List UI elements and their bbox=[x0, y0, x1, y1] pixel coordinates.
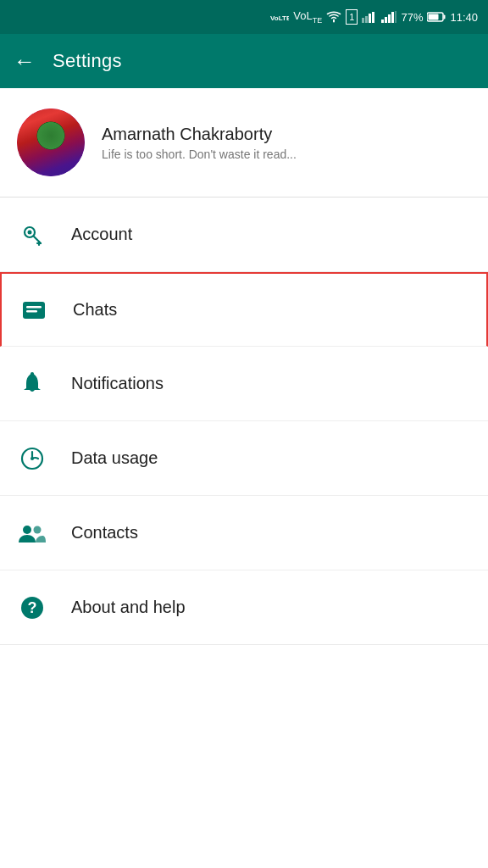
menu-label-account: Account bbox=[71, 225, 132, 244]
avatar-image bbox=[17, 108, 85, 176]
volte-label: VoLTE bbox=[293, 9, 322, 25]
menu-item-contacts[interactable]: Contacts bbox=[0, 496, 488, 570]
back-button[interactable]: ← bbox=[14, 50, 36, 72]
svg-rect-4 bbox=[369, 14, 371, 23]
svg-rect-20 bbox=[26, 306, 42, 309]
contacts-icon bbox=[17, 522, 47, 544]
volte-icon: VoL TE bbox=[270, 9, 289, 25]
svg-point-26 bbox=[34, 526, 42, 533]
svg-rect-7 bbox=[385, 17, 387, 23]
wifi-icon bbox=[326, 11, 341, 23]
svg-rect-12 bbox=[444, 15, 446, 19]
svg-rect-5 bbox=[372, 12, 374, 23]
svg-text:TE: TE bbox=[282, 14, 289, 22]
svg-point-25 bbox=[23, 526, 31, 534]
sim-indicator: 1 bbox=[346, 9, 358, 25]
chat-icon bbox=[19, 298, 49, 322]
svg-rect-2 bbox=[362, 18, 364, 23]
svg-text:VoL: VoL bbox=[270, 14, 283, 22]
page-title: Settings bbox=[53, 50, 122, 72]
svg-rect-8 bbox=[388, 14, 391, 23]
svg-point-15 bbox=[28, 230, 32, 234]
svg-rect-6 bbox=[381, 19, 384, 23]
time-display: 11:40 bbox=[450, 11, 478, 24]
battery-percent: 77% bbox=[401, 11, 423, 24]
status-bar: VoL TE VoLTE 1 bbox=[0, 0, 488, 34]
svg-text:?: ? bbox=[28, 599, 37, 616]
menu-item-notifications[interactable]: Notifications bbox=[0, 347, 488, 421]
svg-rect-21 bbox=[26, 310, 37, 313]
battery-icon bbox=[427, 12, 446, 22]
status-icons: VoL TE VoLTE 1 bbox=[270, 9, 478, 25]
bell-icon bbox=[17, 371, 47, 397]
menu-item-chats[interactable]: Chats bbox=[0, 272, 488, 347]
menu-item-about-help[interactable]: ? About and help bbox=[0, 570, 488, 645]
signal-bars2-icon bbox=[381, 11, 396, 23]
svg-rect-10 bbox=[395, 11, 396, 23]
svg-rect-22 bbox=[30, 372, 34, 375]
svg-rect-3 bbox=[365, 16, 368, 23]
help-icon: ? bbox=[17, 595, 47, 620]
data-icon bbox=[17, 446, 47, 471]
profile-status: Life is too short. Don't waste it read..… bbox=[102, 147, 297, 161]
app-bar: ← Settings bbox=[0, 34, 488, 88]
signal-bars-icon bbox=[362, 11, 377, 23]
avatar bbox=[17, 108, 85, 176]
menu-label-chats: Chats bbox=[73, 300, 117, 320]
profile-name: Amarnath Chakraborty bbox=[102, 125, 297, 144]
svg-point-24 bbox=[30, 457, 34, 460]
svg-rect-13 bbox=[429, 14, 439, 20]
svg-rect-9 bbox=[391, 12, 394, 23]
profile-info: Amarnath Chakraborty Life is too short. … bbox=[102, 125, 297, 161]
menu-item-account[interactable]: Account bbox=[0, 198, 488, 272]
menu-label-data-usage: Data usage bbox=[71, 448, 158, 468]
menu-label-contacts: Contacts bbox=[71, 523, 138, 542]
settings-menu: Account Chats Notifications bbox=[0, 198, 488, 645]
key-icon bbox=[17, 223, 47, 247]
menu-label-about-help: About and help bbox=[71, 598, 186, 617]
menu-label-notifications: Notifications bbox=[71, 374, 164, 393]
profile-section[interactable]: Amarnath Chakraborty Life is too short. … bbox=[0, 88, 488, 198]
menu-item-data-usage[interactable]: Data usage bbox=[0, 421, 488, 496]
